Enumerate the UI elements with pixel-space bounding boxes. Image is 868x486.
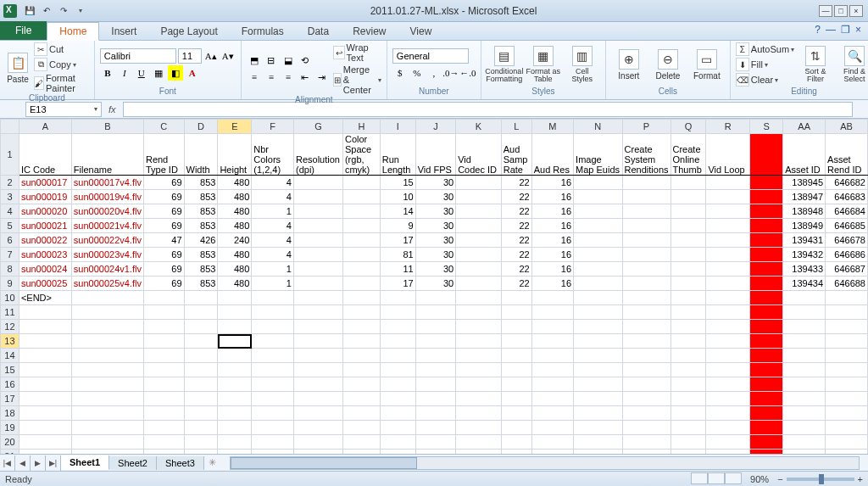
cells-insert-button[interactable]: ⊕Insert (611, 49, 647, 81)
cell[interactable] (531, 334, 573, 349)
cell[interactable] (415, 320, 455, 334)
save-icon[interactable]: 💾 (22, 3, 37, 19)
cell[interactable] (71, 363, 143, 377)
format-painter-button[interactable]: 🖌Format Painter (34, 73, 89, 93)
cell[interactable] (670, 392, 706, 406)
review-tab[interactable]: Review (341, 23, 398, 40)
cell[interactable] (826, 421, 868, 435)
cell[interactable] (670, 349, 706, 363)
cell[interactable] (531, 435, 573, 450)
cell[interactable] (826, 392, 868, 406)
header-cell[interactable]: Run Length (380, 134, 415, 176)
cell[interactable]: 22 (501, 176, 531, 190)
cell[interactable] (622, 219, 670, 233)
cell[interactable] (342, 349, 380, 363)
cell[interactable] (71, 377, 143, 392)
cell[interactable] (501, 291, 531, 305)
cell[interactable] (749, 204, 782, 219)
cell[interactable] (342, 406, 380, 421)
cell[interactable]: 853 (184, 190, 218, 204)
cell[interactable] (826, 291, 868, 305)
cell[interactable] (749, 190, 782, 204)
cell[interactable] (293, 349, 342, 363)
cell[interactable] (706, 435, 749, 450)
cell[interactable] (342, 334, 380, 349)
col-header-E[interactable]: E (218, 120, 252, 134)
cell[interactable] (670, 363, 706, 377)
border-button[interactable]: ▦ (151, 65, 166, 81)
cell[interactable] (531, 291, 573, 305)
cell[interactable]: 480 (218, 219, 252, 233)
cell[interactable] (218, 320, 252, 334)
align-right-icon[interactable]: ≡ (281, 70, 296, 85)
undo-icon[interactable]: ↶ (39, 3, 54, 19)
data-tab[interactable]: Data (296, 23, 341, 40)
cell[interactable] (218, 392, 252, 406)
col-header-M[interactable]: M (531, 120, 573, 134)
cell[interactable] (380, 349, 415, 363)
col-header-K[interactable]: K (456, 120, 502, 134)
col-header-C[interactable]: C (143, 120, 184, 134)
cell[interactable] (531, 392, 573, 406)
increase-decimal-icon[interactable]: .0→ (443, 65, 459, 81)
row-header-10[interactable]: 10 (1, 291, 19, 305)
underline-button[interactable]: U (134, 65, 149, 81)
cell[interactable] (342, 435, 380, 450)
align-left-icon[interactable]: ≡ (247, 70, 262, 85)
cell[interactable] (622, 291, 670, 305)
col-header-A[interactable]: A (19, 120, 71, 134)
cell[interactable] (706, 204, 749, 219)
cell[interactable] (783, 392, 826, 406)
cell[interactable] (531, 320, 573, 334)
cell[interactable] (143, 377, 184, 392)
cell[interactable] (456, 392, 502, 406)
cell[interactable] (415, 305, 455, 320)
cell[interactable] (184, 406, 218, 421)
cell[interactable] (218, 421, 252, 435)
col-header-J[interactable]: J (415, 120, 455, 134)
cell[interactable]: 22 (501, 277, 531, 291)
cell[interactable] (71, 334, 143, 349)
cell[interactable] (574, 305, 622, 320)
cell[interactable] (706, 334, 749, 349)
percent-icon[interactable]: % (409, 65, 425, 81)
font-color-button[interactable]: A (185, 65, 200, 81)
cell[interactable]: 22 (501, 219, 531, 233)
cell[interactable]: 9 (380, 219, 415, 233)
col-header-Q[interactable]: Q (670, 120, 706, 134)
cell[interactable] (749, 421, 782, 435)
cell[interactable] (456, 204, 502, 219)
cell[interactable] (826, 363, 868, 377)
cell[interactable] (19, 320, 71, 334)
cell[interactable] (293, 277, 342, 291)
row-header-5[interactable]: 5 (1, 219, 19, 233)
cell[interactable] (670, 176, 706, 190)
cell[interactable] (143, 305, 184, 320)
cell[interactable] (749, 305, 782, 320)
cell[interactable] (252, 392, 294, 406)
cell[interactable] (670, 233, 706, 248)
cell[interactable] (501, 421, 531, 435)
copy-button[interactable]: ⧉Copy▾ (34, 58, 89, 71)
cell[interactable] (143, 320, 184, 334)
cell[interactable] (501, 305, 531, 320)
cell[interactable]: sun000023 (19, 248, 71, 262)
cell[interactable]: sun000023v4.flv (71, 248, 143, 262)
cell[interactable] (783, 363, 826, 377)
sort-filter-button[interactable]: ⇅Sort & Filter (798, 46, 833, 83)
decrease-font-icon[interactable]: A▾ (220, 48, 236, 64)
row-header-2[interactable]: 2 (1, 176, 19, 190)
cell[interactable]: sun000025v4.flv (71, 277, 143, 291)
cell[interactable] (380, 291, 415, 305)
header-cell[interactable]: Asset ID (783, 134, 826, 176)
align-top-icon[interactable]: ⬒ (247, 53, 262, 68)
cell[interactable]: 16 (531, 176, 573, 190)
orientation-icon[interactable]: ⟲ (298, 53, 313, 68)
header-cell[interactable]: Height (218, 134, 252, 176)
cell[interactable] (184, 435, 218, 450)
cell[interactable] (456, 377, 502, 392)
row-header-7[interactable]: 7 (1, 248, 19, 262)
cell[interactable]: 16 (531, 219, 573, 233)
cell[interactable] (749, 233, 782, 248)
sheet-tab-2[interactable]: Sheet2 (109, 456, 157, 470)
